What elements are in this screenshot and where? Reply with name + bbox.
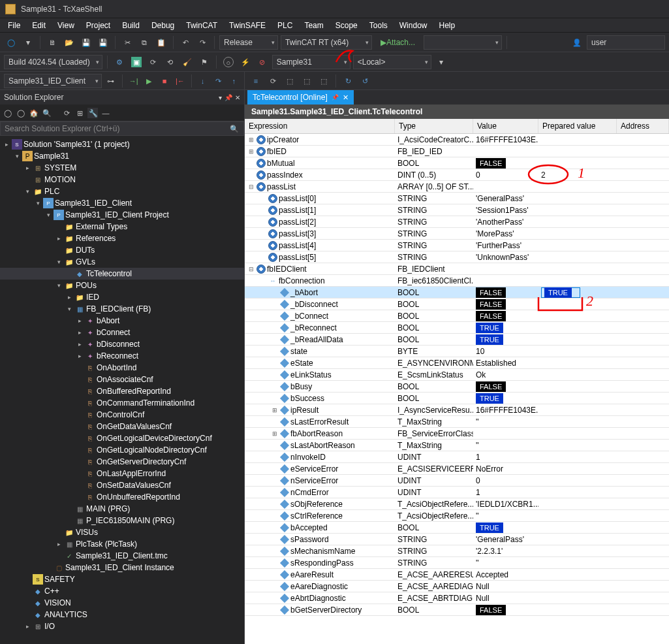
tree-node[interactable]: ▸📁References	[0, 233, 244, 244]
var-value[interactable]: FALSE	[473, 158, 538, 169]
new-project-button[interactable]: 🗎	[45, 35, 59, 50]
watch-row[interactable]: passList[0]STRING'GeneralPass'	[245, 193, 669, 204]
expand-icon[interactable]: ▾	[34, 200, 42, 206]
expand-icon[interactable]: ⊟	[247, 266, 255, 272]
var-value[interactable]: 1	[473, 488, 538, 497]
tree-node[interactable]: ◆TcTelecontrol	[0, 268, 244, 280]
menu-debug[interactable]: Debug	[146, 20, 179, 31]
redo-button[interactable]: ↷	[195, 35, 210, 50]
watch-row[interactable]: ⊟ fbIEDClientFB_IEDClient	[245, 263, 669, 275]
expand-icon[interactable]: ▸	[23, 623, 31, 630]
copy-button[interactable]: ⧉	[137, 35, 151, 50]
var-value[interactable]: 10	[473, 347, 538, 356]
var-value[interactable]: 'GeneralPass'	[473, 535, 538, 544]
more-icon[interactable]: —	[101, 108, 111, 118]
var-value[interactable]: TRUE	[473, 393, 538, 404]
watch-row[interactable]: passIndexDINT (0..5)02	[245, 169, 669, 181]
var-value[interactable]: FALSE	[473, 605, 538, 615]
menu-help[interactable]: Help	[433, 20, 460, 31]
close-icon[interactable]: ✕	[343, 93, 349, 102]
var-prepared[interactable]: TRUE	[538, 287, 617, 298]
write-values-button[interactable]: ⬚	[283, 74, 297, 88]
tree-node[interactable]: ▾📁POUs	[0, 280, 244, 291]
tc-target-combo[interactable]: <Local>	[353, 55, 431, 69]
expand-icon[interactable]: ⊞	[74, 108, 85, 118]
var-value[interactable]: TRUE	[473, 523, 538, 533]
cycle-button[interactable]: ⟳	[266, 74, 280, 88]
watch-row[interactable]: bMutualBOOLFALSE	[245, 157, 669, 169]
var-value[interactable]: Null	[473, 582, 538, 591]
plc-logout-button[interactable]: |←	[174, 74, 187, 88]
expand-icon[interactable]: ▾	[55, 259, 63, 265]
var-value[interactable]: ''	[473, 511, 538, 521]
watch-row[interactable]: sCtrlReferenceT_AcsiObjectRefere...''	[245, 510, 669, 522]
menu-edit[interactable]: Edit	[27, 20, 51, 31]
tc-project-combo[interactable]: Sample31	[272, 55, 350, 69]
expand-icon[interactable]: ▾	[44, 212, 52, 218]
tree-node[interactable]: ▸SSolution 'Sample31' (1 project)	[0, 138, 244, 150]
expand-icon[interactable]: ▸	[76, 317, 84, 324]
user-icon-button[interactable]: 👤	[570, 35, 584, 50]
var-value[interactable]: TRUE	[473, 334, 538, 345]
plc-login-button[interactable]: →|	[127, 74, 140, 88]
tc-link-button[interactable]: ⚡	[238, 55, 253, 69]
tc-cross-button[interactable]: ⊘	[255, 55, 270, 69]
tree-node[interactable]: ▸✦bConnect	[0, 327, 244, 338]
nav-back-button[interactable]: ◯	[4, 35, 18, 50]
expand-icon[interactable]: ▸	[3, 141, 10, 148]
menu-build[interactable]: Build	[117, 20, 145, 31]
tree-node[interactable]: ⎘OnGetLogicalNodeDirectoryCnf	[0, 444, 244, 456]
watch-row[interactable]: _bAbortBOOLFALSETRUE	[245, 287, 669, 298]
tree-node[interactable]: ⎘OnCommandTerminationInd	[0, 397, 244, 409]
var-value[interactable]: TRUE	[473, 323, 538, 333]
watch-row[interactable]: eLinkStatusE_ScsmLinkStatusOk	[245, 369, 669, 381]
tree-node[interactable]: ▾PSample31	[0, 150, 244, 162]
tree-node[interactable]: ▸✦bReconnect	[0, 350, 244, 362]
menu-file[interactable]: File	[3, 20, 25, 31]
expand-icon[interactable]: ▸	[55, 235, 63, 242]
plc-stop-button[interactable]: ■	[158, 74, 171, 88]
dropdown-icon[interactable]: ▾	[219, 94, 222, 101]
var-value[interactable]: 1	[473, 453, 538, 462]
menu-team[interactable]: Team	[299, 20, 328, 31]
tree-node[interactable]: ▦P_IEC61850MAIN (PRG)	[0, 515, 244, 526]
tree-node[interactable]: ▸✦bAbort	[0, 315, 244, 327]
watch-row[interactable]: _bReadAllDataBOOLTRUE	[245, 334, 669, 346]
var-value[interactable]: 'GeneralPass'	[473, 194, 538, 203]
watch-row[interactable]: bBusyBOOLFALSE	[245, 381, 669, 393]
nav-forward-button[interactable]: ▾	[21, 35, 35, 50]
var-value[interactable]: FALSE	[473, 311, 538, 321]
build-combo[interactable]: Build 4024.54 (Loaded)	[4, 55, 102, 69]
expand-icon[interactable]: ▾	[65, 306, 73, 312]
expand-icon[interactable]: ▸	[76, 329, 84, 336]
tree-node[interactable]: 📁DUTs	[0, 244, 244, 256]
config-combo[interactable]: Release	[219, 35, 278, 50]
unforce-button[interactable]: ⬚	[317, 74, 331, 88]
watch-row[interactable]: sRespondingPassSTRING''	[245, 557, 669, 569]
tc-broom-button[interactable]: 🧹	[180, 55, 194, 69]
open-button[interactable]: 📂	[62, 35, 76, 50]
var-value[interactable]: Established	[473, 359, 538, 368]
tree-node[interactable]: ⎘OnAbortInd	[0, 362, 244, 374]
tree-node[interactable]: ✓Sample31_IED_Client.tmc	[0, 550, 244, 562]
home-icon[interactable]: 🏠	[29, 108, 39, 118]
tree-node[interactable]: ⎘OnGetLogicalDeviceDirectoryCnf	[0, 432, 244, 444]
menu-project[interactable]: Project	[81, 20, 116, 31]
back-icon[interactable]: ◯	[3, 108, 13, 118]
tree-node[interactable]: ⎘OnAssociateCnf	[0, 374, 244, 385]
tree-node[interactable]: 📁External Types	[0, 221, 244, 233]
tree-node[interactable]: ◆VISION	[0, 597, 244, 609]
menu-tools[interactable]: Tools	[364, 20, 393, 31]
expand-icon[interactable]: ▸	[23, 165, 31, 171]
var-value[interactable]: Null	[473, 594, 538, 603]
watch-row[interactable]: eServiceErrorE_ACSISERVICEERR...NoError	[245, 463, 669, 475]
var-value[interactable]: ''	[473, 417, 538, 427]
user-field[interactable]	[587, 35, 665, 50]
expand-icon[interactable]: ▸	[76, 353, 84, 359]
tree-node[interactable]: ◆ANALYTICS	[0, 609, 244, 620]
tree-node[interactable]: ⎘OnUnbufferedReportInd	[0, 491, 244, 503]
watch-row[interactable]: ⊞ ipCreatorI_AcsiCodeCreatorC...16#FFFFE…	[245, 134, 669, 146]
force-values-button[interactable]: ⬚	[300, 74, 314, 88]
tc-round-button[interactable]: ○	[221, 55, 236, 69]
pin-icon[interactable]: 📌	[332, 94, 339, 101]
